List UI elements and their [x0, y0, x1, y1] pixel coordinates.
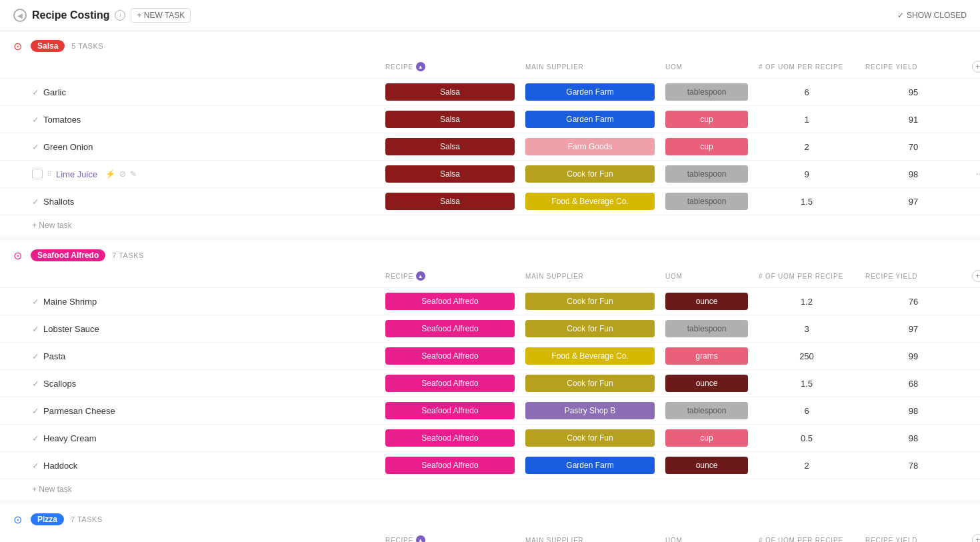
supplier-badge[interactable]: Garden Farm	[525, 457, 655, 474]
task-checkbox[interactable]	[32, 169, 43, 179]
task-check-icon: ✓	[32, 87, 39, 97]
task-name-label: Shallots	[43, 197, 74, 207]
uom-per-recipe-cell: 6	[753, 403, 860, 419]
page-title: Recipe Costing	[32, 9, 109, 21]
recipe-badge[interactable]: Seafood Alfredo	[385, 375, 515, 392]
add-task-row[interactable]: + New task	[0, 479, 980, 499]
task-name-cell: ✓Shallots	[0, 191, 380, 212]
add-task-row[interactable]: + New task	[0, 215, 980, 235]
link-icon[interactable]: ⊘	[119, 169, 126, 179]
collapse-button-pizza[interactable]: ⊙	[11, 513, 24, 526]
nav-back-icon[interactable]: ◀	[13, 9, 27, 22]
recipe-yield-cell: 98	[860, 403, 967, 419]
supplier-badge[interactable]: Food & Beverage Co.	[525, 193, 655, 210]
recipe-yield-cell: 91	[860, 112, 967, 127]
supplier-badge[interactable]: Cook for Fun	[525, 375, 655, 392]
recipe-yield-cell: 68	[860, 376, 967, 391]
section-header-salsa: ⊙ Salsa 5 TASKS	[0, 31, 980, 58]
task-name-cell: ✓Maine Shrimp	[0, 291, 380, 312]
recipe-badge[interactable]: Seafood Alfredo	[385, 402, 515, 419]
dependency-icon[interactable]: ⚡	[105, 169, 115, 179]
task-check-icon: ✓	[32, 461, 39, 471]
group-tag-seafood-alfredo[interactable]: Seafood Alfredo	[31, 249, 105, 261]
collapse-button-seafood-alfredo[interactable]: ⊙	[11, 249, 24, 262]
recipe-yield-cell: 98	[860, 167, 967, 182]
supplier-badge[interactable]: Food & Beverage Co.	[525, 347, 655, 365]
add-column-icon[interactable]: +	[972, 61, 980, 73]
add-column-icon[interactable]: +	[972, 270, 980, 282]
uom-per-recipe-cell: 9	[753, 167, 860, 182]
uom-badge[interactable]: grams	[665, 347, 748, 365]
recipe-badge[interactable]: Seafood Alfredo	[385, 320, 515, 337]
supplier-cell: Pastry Shop B	[520, 399, 660, 422]
supplier-badge[interactable]: Farm Goods	[525, 138, 655, 155]
more-options-button[interactable]: ···	[967, 165, 980, 183]
table-row: ✓Haddock Seafood Alfredo Garden Farm oun…	[0, 451, 980, 479]
recipe-badge[interactable]: Seafood Alfredo	[385, 293, 515, 310]
show-closed-toggle[interactable]: ✓ SHOW CLOSED	[897, 11, 967, 20]
col-header-name	[0, 531, 380, 542]
uom-badge[interactable]: tablespoon	[665, 193, 748, 210]
recipe-badge[interactable]: Salsa	[385, 111, 515, 128]
task-name-label: Heavy Cream	[43, 433, 96, 443]
uom-badge[interactable]: cup	[665, 429, 748, 447]
uom-badge[interactable]: ounce	[665, 375, 748, 392]
recipe-sort-icon[interactable]: ▲	[416, 535, 425, 542]
uom-cell: tablespoon	[660, 81, 753, 103]
uom-badge[interactable]: tablespoon	[665, 402, 748, 419]
task-name-label: Haddock	[43, 461, 77, 471]
uom-badge[interactable]: tablespoon	[665, 320, 748, 337]
uom-badge[interactable]: ounce	[665, 293, 748, 310]
add-column-icon[interactable]: +	[972, 534, 980, 542]
uom-badge[interactable]: cup	[665, 111, 748, 128]
recipe-sort-icon[interactable]: ▲	[416, 62, 425, 71]
uom-cell: grams	[660, 345, 753, 367]
collapse-button-salsa[interactable]: ⊙	[11, 39, 24, 53]
group-tag-salsa[interactable]: Salsa	[31, 40, 65, 52]
supplier-cell: Cook for Fun	[520, 372, 660, 395]
supplier-cell: Cook for Fun	[520, 427, 660, 449]
supplier-cell: Food & Beverage Co.	[520, 345, 660, 367]
task-actions: ⚡ ⊘ ✎	[105, 169, 137, 179]
supplier-badge[interactable]: Cook for Fun	[525, 165, 655, 183]
table-row: ✓Tomatoes Salsa Garden Farm cup 1 91	[0, 105, 980, 133]
recipe-badge[interactable]: Salsa	[385, 138, 515, 155]
uom-badge[interactable]: tablespoon	[665, 83, 748, 101]
info-icon[interactable]: i	[115, 10, 125, 21]
supplier-cell: Garden Farm	[520, 108, 660, 131]
drag-handle-icon[interactable]: ⠿	[47, 170, 52, 179]
task-name-cell: ✓Heavy Cream	[0, 428, 380, 449]
recipe-badge[interactable]: Salsa	[385, 83, 515, 101]
supplier-badge[interactable]: Cook for Fun	[525, 429, 655, 447]
uom-badge[interactable]: tablespoon	[665, 165, 748, 183]
uom-per-recipe-cell: 6	[753, 85, 860, 100]
recipe-cell: Seafood Alfredo	[380, 427, 520, 449]
supplier-badge[interactable]: Garden Farm	[525, 111, 655, 128]
uom-badge[interactable]: cup	[665, 138, 748, 155]
group-tag-pizza[interactable]: Pizza	[31, 513, 64, 525]
checkmark-icon: ✓	[897, 11, 904, 20]
col-header-uom: UOM	[660, 58, 753, 75]
uom-per-recipe-cell: 1.5	[753, 376, 860, 391]
supplier-badge[interactable]: Garden Farm	[525, 83, 655, 101]
recipe-badge[interactable]: Seafood Alfredo	[385, 347, 515, 365]
uom-badge[interactable]: ounce	[665, 457, 748, 474]
supplier-badge[interactable]: Cook for Fun	[525, 293, 655, 310]
recipe-badge[interactable]: Salsa	[385, 165, 515, 183]
edit-icon[interactable]: ✎	[130, 169, 137, 179]
task-check-icon: ✓	[32, 379, 39, 389]
task-name-label: Green Onion	[43, 142, 93, 152]
supplier-badge[interactable]: Pastry Shop B	[525, 402, 655, 419]
recipe-sort-icon[interactable]: ▲	[416, 271, 425, 281]
supplier-badge[interactable]: Cook for Fun	[525, 320, 655, 337]
uom-cell: ounce	[660, 372, 753, 395]
recipe-badge[interactable]: Salsa	[385, 193, 515, 210]
col-header-uom-per-recipe: # OF UOM PER RECIPE	[753, 58, 860, 75]
col-header-uom: UOM	[660, 267, 753, 285]
recipe-badge[interactable]: Seafood Alfredo	[385, 429, 515, 447]
recipe-badge[interactable]: Seafood Alfredo	[385, 457, 515, 474]
new-task-button[interactable]: + NEW TASK	[131, 8, 191, 23]
recipe-yield-cell: 97	[860, 194, 967, 209]
task-check-icon: ✓	[32, 115, 39, 125]
table-row: ✓Maine Shrimp Seafood Alfredo Cook for F…	[0, 287, 980, 315]
